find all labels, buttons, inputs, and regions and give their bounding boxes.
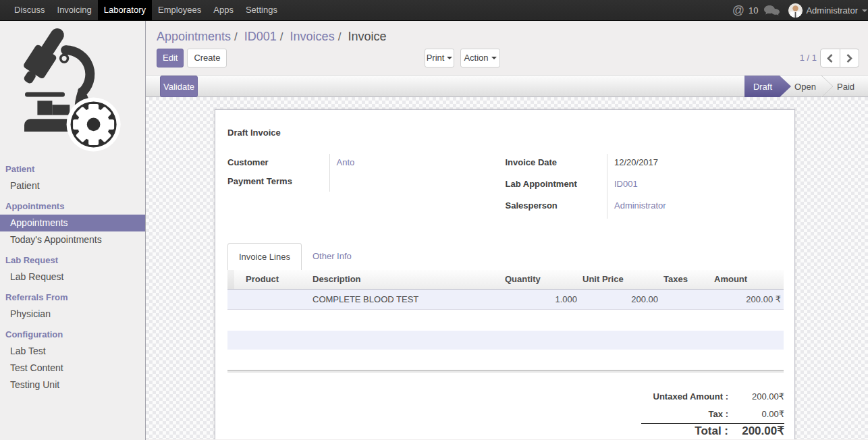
svg-text:Open: Open [794,82,816,92]
svg-text:Draft: Draft [753,82,773,92]
svg-text:Paid: Paid [837,82,855,92]
